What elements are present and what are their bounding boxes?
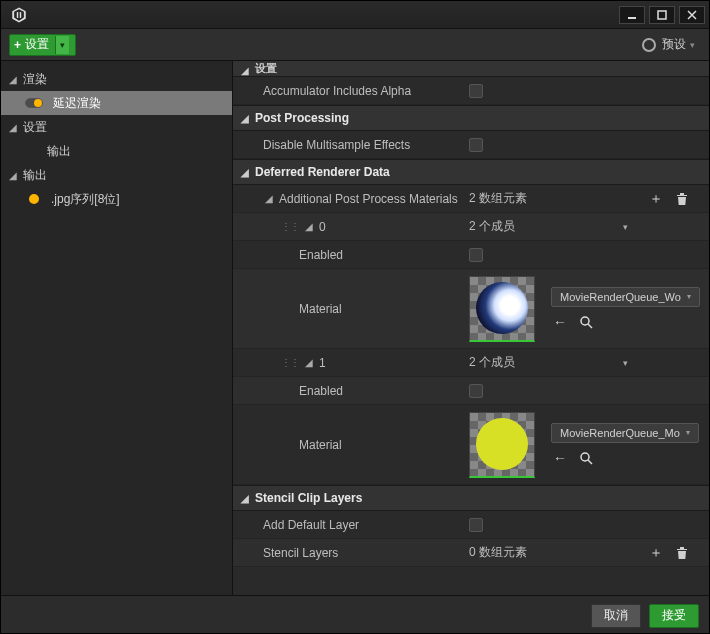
chevron-down-icon[interactable]: ▾: [623, 358, 628, 368]
window-minimize-button[interactable]: [619, 6, 645, 24]
array-add-button[interactable]: ＋: [647, 544, 665, 562]
row-appm-0-enabled: Enabled: [233, 241, 709, 269]
preset-icon: [642, 38, 656, 52]
drag-handle-icon[interactable]: ⋮⋮: [281, 357, 299, 368]
section-header-deferred[interactable]: ◢ Deferred Renderer Data: [233, 159, 709, 185]
sidebar-group-label: 渲染: [23, 71, 47, 88]
caret-down-icon: ◢: [303, 221, 315, 232]
row-stencil-layers: Stencil Layers 0 数组元素 ＋: [233, 539, 709, 567]
checkbox-add-default-layer[interactable]: [469, 518, 483, 532]
footer: 取消 接受: [1, 595, 709, 634]
preset-label: 预设: [662, 36, 686, 53]
section-header-stencil[interactable]: ◢ Stencil Clip Layers: [233, 485, 709, 511]
drag-handle-icon[interactable]: ⋮⋮: [281, 221, 299, 232]
chevron-down-icon: ▾: [686, 428, 690, 437]
array-count: 0 数组元素: [469, 544, 527, 561]
members-label: 2 个成员: [469, 354, 515, 371]
row-appm-0-material: Material MovieRenderQueue_Wo ▾ ←: [233, 269, 709, 349]
section-title: Stencil Clip Layers: [255, 491, 362, 505]
caret-down-icon: ◢: [239, 113, 251, 124]
browse-icon[interactable]: [577, 313, 595, 331]
window-maximize-button[interactable]: [649, 6, 675, 24]
plus-icon: +: [14, 38, 21, 52]
array-index-label: 0: [319, 220, 326, 234]
row-add-default-layer: Add Default Layer: [233, 511, 709, 539]
array-clear-button[interactable]: [673, 190, 691, 208]
add-settings-label: 设置: [25, 36, 49, 53]
section-title: Post Processing: [255, 111, 349, 125]
row-label: Stencil Layers: [233, 546, 465, 560]
app-logo: [9, 5, 29, 25]
sidebar-item-label: 输出: [47, 143, 71, 160]
toolbar: + 设置 ▾ 预设 ▾: [1, 29, 709, 61]
chevron-down-icon[interactable]: ▾: [623, 222, 628, 232]
caret-down-icon: ◢: [7, 74, 19, 85]
checkbox-disable-multisample[interactable]: [469, 138, 483, 152]
section-header-postprocessing[interactable]: ◢ Post Processing: [233, 105, 709, 131]
material-name: MovieRenderQueue_Wo: [560, 291, 681, 303]
window-close-button[interactable]: [679, 6, 705, 24]
sidebar-group-settings[interactable]: ◢ 设置: [1, 115, 232, 139]
section-title: 设置: [255, 61, 277, 76]
section-header-settings-cut[interactable]: ◢ 设置: [233, 61, 709, 77]
chevron-down-icon: ▾: [55, 36, 69, 54]
svg-point-3: [581, 453, 589, 461]
titlebar: [1, 1, 709, 29]
material-picker-1[interactable]: MovieRenderQueue_Mo ▾: [551, 423, 699, 443]
caret-down-icon: ◢: [239, 167, 251, 178]
caret-down-icon: ◢: [239, 65, 251, 76]
array-index-label: 1: [319, 356, 326, 370]
sidebar-item-label: .jpg序列[8位]: [51, 191, 120, 208]
sidebar-group-output[interactable]: ◢ 输出: [1, 163, 232, 187]
cancel-label: 取消: [604, 607, 628, 624]
cancel-button[interactable]: 取消: [591, 604, 641, 628]
sidebar-group-render[interactable]: ◢ 渲染: [1, 67, 232, 91]
sidebar-item-output-settings[interactable]: 输出: [1, 139, 232, 163]
section-title: Deferred Renderer Data: [255, 165, 390, 179]
row-label: Add Default Layer: [233, 518, 465, 532]
use-selected-icon[interactable]: ←: [551, 313, 569, 331]
sidebar-item-label: 延迟渲染: [53, 95, 101, 112]
row-label: Accumulator Includes Alpha: [233, 84, 465, 98]
row-appm-1-material: Material MovieRenderQueue_Mo ▾ ←: [233, 405, 709, 485]
row-label: Enabled: [233, 248, 465, 262]
svg-rect-0: [628, 17, 636, 19]
checkbox-appm-1-enabled[interactable]: [469, 384, 483, 398]
members-label: 2 个成员: [469, 218, 515, 235]
sidebar-item-deferred-render[interactable]: 延迟渲染: [1, 91, 232, 115]
preset-button[interactable]: 预设 ▾: [636, 34, 701, 56]
checkbox-accumulator-alpha[interactable]: [469, 84, 483, 98]
material-thumbnail-1[interactable]: [469, 412, 535, 478]
sidebar-group-label: 输出: [23, 167, 47, 184]
svg-point-2: [581, 317, 589, 325]
row-disable-multisample: Disable Multisample Effects: [233, 131, 709, 159]
material-picker-0[interactable]: MovieRenderQueue_Wo ▾: [551, 287, 700, 307]
caret-down-icon: ◢: [303, 357, 315, 368]
array-add-button[interactable]: ＋: [647, 190, 665, 208]
dot-icon: [29, 194, 39, 204]
use-selected-icon[interactable]: ←: [551, 449, 569, 467]
caret-down-icon: ◢: [239, 493, 251, 504]
row-appm: ◢ Additional Post Process Materials 2 数组…: [233, 185, 709, 213]
row-label: Disable Multisample Effects: [233, 138, 465, 152]
material-name: MovieRenderQueue_Mo: [560, 427, 680, 439]
array-count: 2 数组元素: [469, 190, 527, 207]
row-label: Enabled: [233, 384, 465, 398]
row-label: Material: [233, 302, 465, 316]
add-settings-button[interactable]: + 设置 ▾: [9, 34, 76, 56]
sidebar-item-jpg-sequence[interactable]: .jpg序列[8位]: [1, 187, 232, 211]
sidebar: ◢ 渲染 延迟渲染 ◢ 设置 输出 ◢ 输出 .jpg序列[8位]: [1, 61, 233, 595]
row-accumulator-alpha: Accumulator Includes Alpha: [233, 77, 709, 105]
browse-icon[interactable]: [577, 449, 595, 467]
array-clear-button[interactable]: [673, 544, 691, 562]
row-label: Additional Post Process Materials: [279, 192, 458, 206]
main-area: ◢ 渲染 延迟渲染 ◢ 设置 输出 ◢ 输出 .jpg序列[8位]: [1, 61, 709, 595]
accept-button[interactable]: 接受: [649, 604, 699, 628]
svg-rect-1: [658, 11, 666, 19]
checkbox-appm-0-enabled[interactable]: [469, 248, 483, 262]
material-thumbnail-0[interactable]: [469, 276, 535, 342]
row-appm-1: ⋮⋮ ◢ 1 2 个成员 ▾: [233, 349, 709, 377]
property-panel: ◢ 设置 Accumulator Includes Alpha ◢ Post P…: [233, 61, 709, 595]
toggle-icon: [25, 98, 43, 108]
row-label: Material: [233, 438, 465, 452]
